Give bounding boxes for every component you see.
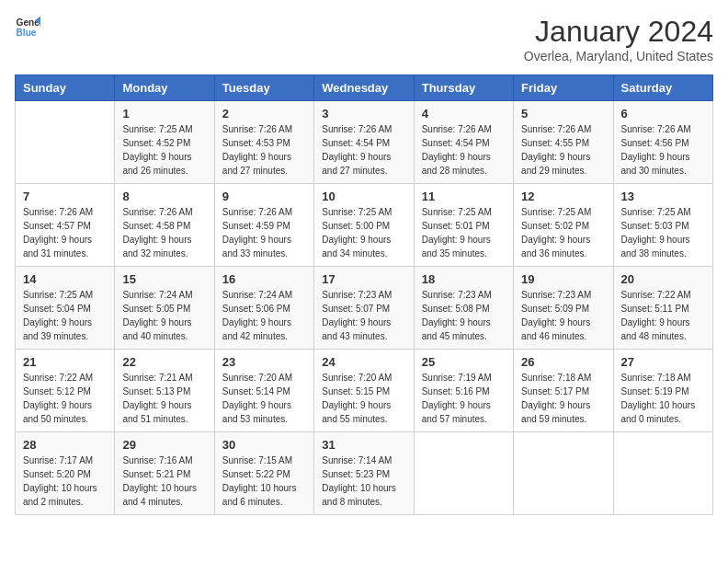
day-cell: 4Sunrise: 7:26 AM Sunset: 4:54 PM Daylig… xyxy=(414,101,513,184)
day-cell: 25Sunrise: 7:19 AM Sunset: 5:16 PM Dayli… xyxy=(414,350,513,432)
week-row-4: 28Sunrise: 7:17 AM Sunset: 5:20 PM Dayli… xyxy=(16,432,713,515)
day-number: 5 xyxy=(521,107,605,121)
week-row-0: 1Sunrise: 7:25 AM Sunset: 4:52 PM Daylig… xyxy=(16,101,713,184)
day-info: Sunrise: 7:26 AM Sunset: 4:56 PM Dayligh… xyxy=(621,122,705,178)
day-info: Sunrise: 7:23 AM Sunset: 5:08 PM Dayligh… xyxy=(422,288,506,343)
day-cell: 29Sunrise: 7:16 AM Sunset: 5:21 PM Dayli… xyxy=(115,432,214,515)
page-header: General Blue January 2024 Overlea, Maryl… xyxy=(15,15,713,63)
day-number: 4 xyxy=(422,107,506,121)
day-number: 24 xyxy=(322,355,405,369)
day-info: Sunrise: 7:24 AM Sunset: 5:06 PM Dayligh… xyxy=(222,288,306,343)
day-info: Sunrise: 7:21 AM Sunset: 5:13 PM Dayligh… xyxy=(122,371,206,426)
day-cell: 15Sunrise: 7:24 AM Sunset: 5:05 PM Dayli… xyxy=(115,267,214,350)
day-number: 28 xyxy=(23,438,107,452)
day-info: Sunrise: 7:26 AM Sunset: 4:54 PM Dayligh… xyxy=(422,122,506,178)
day-cell: 28Sunrise: 7:17 AM Sunset: 5:20 PM Dayli… xyxy=(16,432,115,515)
day-number: 31 xyxy=(322,438,405,452)
day-cell: 27Sunrise: 7:18 AM Sunset: 5:19 PM Dayli… xyxy=(613,350,712,432)
day-info: Sunrise: 7:22 AM Sunset: 5:11 PM Dayligh… xyxy=(621,288,705,343)
day-cell: 21Sunrise: 7:22 AM Sunset: 5:12 PM Dayli… xyxy=(16,350,115,432)
day-cell xyxy=(613,432,712,515)
day-info: Sunrise: 7:18 AM Sunset: 5:19 PM Dayligh… xyxy=(621,371,705,426)
day-cell: 6Sunrise: 7:26 AM Sunset: 4:56 PM Daylig… xyxy=(613,101,712,184)
day-cell: 1Sunrise: 7:25 AM Sunset: 4:52 PM Daylig… xyxy=(115,101,214,184)
month-title: January 2024 xyxy=(524,15,713,49)
day-number: 16 xyxy=(222,272,306,286)
day-cell xyxy=(414,432,513,515)
day-number: 6 xyxy=(621,107,705,121)
day-info: Sunrise: 7:20 AM Sunset: 5:15 PM Dayligh… xyxy=(322,371,405,426)
day-cell: 14Sunrise: 7:25 AM Sunset: 5:04 PM Dayli… xyxy=(16,267,115,350)
day-cell: 22Sunrise: 7:21 AM Sunset: 5:13 PM Dayli… xyxy=(115,350,214,432)
day-number: 19 xyxy=(521,272,605,286)
day-number: 8 xyxy=(122,190,206,203)
header-wednesday: Wednesday xyxy=(314,75,414,101)
day-number: 11 xyxy=(422,190,506,203)
day-cell: 8Sunrise: 7:26 AM Sunset: 4:58 PM Daylig… xyxy=(115,184,214,267)
day-number: 1 xyxy=(122,107,206,121)
header-friday: Friday xyxy=(514,75,613,101)
header-saturday: Saturday xyxy=(613,75,712,101)
day-number: 3 xyxy=(322,107,405,121)
day-info: Sunrise: 7:26 AM Sunset: 4:54 PM Dayligh… xyxy=(322,122,405,178)
day-info: Sunrise: 7:19 AM Sunset: 5:16 PM Dayligh… xyxy=(422,371,506,426)
week-row-2: 14Sunrise: 7:25 AM Sunset: 5:04 PM Dayli… xyxy=(16,267,713,350)
day-number: 17 xyxy=(322,272,405,286)
day-number: 22 xyxy=(122,355,206,369)
day-number: 13 xyxy=(621,190,705,203)
subtitle: Overlea, Maryland, United States xyxy=(524,49,713,63)
day-info: Sunrise: 7:25 AM Sunset: 5:03 PM Dayligh… xyxy=(621,205,705,260)
day-cell: 23Sunrise: 7:20 AM Sunset: 5:14 PM Dayli… xyxy=(214,350,313,432)
day-cell: 20Sunrise: 7:22 AM Sunset: 5:11 PM Dayli… xyxy=(613,267,712,350)
day-cell: 26Sunrise: 7:18 AM Sunset: 5:17 PM Dayli… xyxy=(514,350,613,432)
day-number: 7 xyxy=(23,190,107,203)
day-info: Sunrise: 7:24 AM Sunset: 5:05 PM Dayligh… xyxy=(122,288,206,343)
day-cell: 12Sunrise: 7:25 AM Sunset: 5:02 PM Dayli… xyxy=(514,184,613,267)
day-cell: 17Sunrise: 7:23 AM Sunset: 5:07 PM Dayli… xyxy=(314,267,414,350)
day-number: 14 xyxy=(23,272,107,286)
day-info: Sunrise: 7:20 AM Sunset: 5:14 PM Dayligh… xyxy=(222,371,306,426)
day-number: 20 xyxy=(621,272,705,286)
day-info: Sunrise: 7:26 AM Sunset: 4:58 PM Dayligh… xyxy=(122,205,206,260)
day-cell: 3Sunrise: 7:26 AM Sunset: 4:54 PM Daylig… xyxy=(314,101,414,184)
day-cell: 31Sunrise: 7:14 AM Sunset: 5:23 PM Dayli… xyxy=(314,432,414,515)
day-cell: 11Sunrise: 7:25 AM Sunset: 5:01 PM Dayli… xyxy=(414,184,513,267)
day-info: Sunrise: 7:15 AM Sunset: 5:22 PM Dayligh… xyxy=(222,454,306,509)
day-cell: 9Sunrise: 7:26 AM Sunset: 4:59 PM Daylig… xyxy=(214,184,313,267)
day-info: Sunrise: 7:26 AM Sunset: 4:55 PM Dayligh… xyxy=(521,122,605,178)
logo-icon: General Blue xyxy=(15,15,40,40)
day-info: Sunrise: 7:25 AM Sunset: 5:00 PM Dayligh… xyxy=(322,205,405,260)
day-cell: 7Sunrise: 7:26 AM Sunset: 4:57 PM Daylig… xyxy=(16,184,115,267)
day-info: Sunrise: 7:25 AM Sunset: 5:01 PM Dayligh… xyxy=(422,205,506,260)
day-info: Sunrise: 7:26 AM Sunset: 4:59 PM Dayligh… xyxy=(222,205,306,260)
day-info: Sunrise: 7:25 AM Sunset: 5:02 PM Dayligh… xyxy=(521,205,605,260)
header-tuesday: Tuesday xyxy=(214,75,313,101)
day-info: Sunrise: 7:23 AM Sunset: 5:07 PM Dayligh… xyxy=(322,288,405,343)
day-cell: 24Sunrise: 7:20 AM Sunset: 5:15 PM Dayli… xyxy=(314,350,414,432)
day-info: Sunrise: 7:25 AM Sunset: 5:04 PM Dayligh… xyxy=(23,288,107,343)
day-number: 25 xyxy=(422,355,506,369)
day-info: Sunrise: 7:18 AM Sunset: 5:17 PM Dayligh… xyxy=(521,371,605,426)
day-info: Sunrise: 7:25 AM Sunset: 4:52 PM Dayligh… xyxy=(122,122,206,178)
day-info: Sunrise: 7:26 AM Sunset: 4:53 PM Dayligh… xyxy=(222,122,306,178)
day-cell: 19Sunrise: 7:23 AM Sunset: 5:09 PM Dayli… xyxy=(514,267,613,350)
calendar-header: SundayMondayTuesdayWednesdayThursdayFrid… xyxy=(16,75,713,101)
week-row-1: 7Sunrise: 7:26 AM Sunset: 4:57 PM Daylig… xyxy=(16,184,713,267)
day-number: 2 xyxy=(222,107,306,121)
day-cell: 5Sunrise: 7:26 AM Sunset: 4:55 PM Daylig… xyxy=(514,101,613,184)
header-sunday: Sunday xyxy=(16,75,115,101)
logo: General Blue xyxy=(15,15,40,40)
day-number: 27 xyxy=(621,355,705,369)
calendar-table: SundayMondayTuesdayWednesdayThursdayFrid… xyxy=(15,75,713,515)
day-number: 29 xyxy=(122,438,206,452)
day-cell: 16Sunrise: 7:24 AM Sunset: 5:06 PM Dayli… xyxy=(214,267,313,350)
header-thursday: Thursday xyxy=(414,75,513,101)
day-cell: 10Sunrise: 7:25 AM Sunset: 5:00 PM Dayli… xyxy=(314,184,414,267)
day-cell: 30Sunrise: 7:15 AM Sunset: 5:22 PM Dayli… xyxy=(214,432,313,515)
title-block: January 2024 Overlea, Maryland, United S… xyxy=(524,15,713,63)
day-info: Sunrise: 7:17 AM Sunset: 5:20 PM Dayligh… xyxy=(23,454,107,509)
day-number: 10 xyxy=(322,190,405,203)
day-number: 23 xyxy=(222,355,306,369)
day-cell xyxy=(16,101,115,184)
day-cell: 18Sunrise: 7:23 AM Sunset: 5:08 PM Dayli… xyxy=(414,267,513,350)
